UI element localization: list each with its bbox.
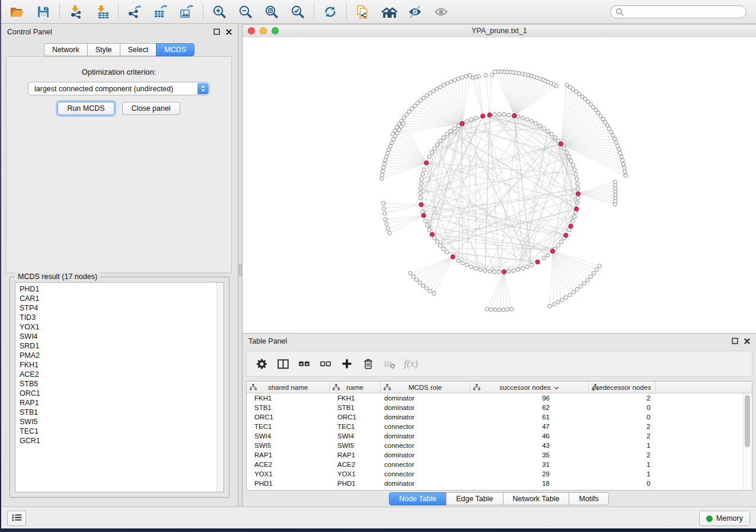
mcds-network-node[interactable]	[535, 260, 540, 264]
network-node[interactable]	[432, 291, 436, 295]
network-node[interactable]	[384, 159, 387, 162]
mcds-result-item[interactable]: STB1	[20, 408, 224, 417]
network-node[interactable]	[546, 254, 550, 257]
network-node[interactable]	[623, 166, 626, 169]
network-node[interactable]	[589, 275, 592, 278]
mcds-result-item[interactable]: STP4	[20, 303, 224, 313]
float-panel-icon[interactable]	[732, 338, 738, 344]
network-node[interactable]	[414, 278, 418, 281]
network-node[interactable]	[419, 191, 422, 195]
mcds-network-node[interactable]	[425, 161, 429, 165]
network-node[interactable]	[465, 120, 468, 123]
network-node[interactable]	[543, 126, 546, 130]
network-node[interactable]	[442, 247, 445, 251]
clone-network-icon[interactable]	[352, 2, 374, 21]
network-node[interactable]	[485, 307, 489, 311]
network-node[interactable]	[464, 75, 468, 78]
network-node[interactable]	[530, 120, 534, 123]
network-node[interactable]	[383, 211, 387, 215]
network-node[interactable]	[425, 287, 429, 290]
zoom-in-icon[interactable]	[209, 2, 230, 21]
network-node[interactable]	[426, 224, 429, 227]
task-history-button[interactable]	[7, 511, 26, 526]
network-node[interactable]	[573, 168, 576, 171]
network-node[interactable]	[618, 151, 622, 155]
network-node[interactable]	[445, 82, 449, 85]
network-node[interactable]	[479, 268, 482, 271]
tab-network-table[interactable]: Network Table	[503, 492, 570, 505]
mcds-result-item[interactable]: PHD1	[20, 284, 224, 294]
network-node[interactable]	[592, 271, 595, 275]
network-node[interactable]	[607, 127, 611, 130]
mcds-result-item[interactable]: GCR1	[20, 436, 224, 446]
network-node[interactable]	[510, 307, 513, 311]
mcds-network-node[interactable]	[559, 142, 563, 146]
table-row[interactable]: ACE2ACE2connector311	[247, 460, 752, 469]
network-node[interactable]	[552, 303, 556, 306]
network-node[interactable]	[422, 168, 426, 171]
network-node[interactable]	[568, 85, 572, 89]
network-node[interactable]	[419, 187, 422, 190]
float-panel-icon[interactable]	[213, 28, 220, 35]
table-row[interactable]: SWI4SWI4dominator462	[247, 431, 752, 441]
network-node[interactable]	[502, 113, 506, 116]
network-node[interactable]	[381, 169, 384, 173]
network-node[interactable]	[413, 104, 416, 108]
mcds-network-node[interactable]	[460, 121, 464, 126]
network-node[interactable]	[387, 148, 391, 152]
network-node[interactable]	[405, 113, 409, 116]
tab-edge-table[interactable]: Edge Table	[446, 492, 503, 505]
tab-mcds[interactable]: MCDS	[156, 43, 194, 56]
export-table-icon[interactable]	[150, 2, 171, 21]
network-node[interactable]	[548, 305, 551, 308]
network-node[interactable]	[621, 162, 625, 166]
mcds-result-item[interactable]: TEC1	[20, 427, 224, 436]
network-node[interactable]	[453, 78, 457, 82]
network-node[interactable]	[461, 261, 464, 265]
network-node[interactable]	[586, 278, 589, 282]
network-node[interactable]	[452, 126, 456, 130]
mcds-network-node[interactable]	[576, 191, 580, 196]
network-node[interactable]	[624, 174, 627, 177]
network-node[interactable]	[620, 155, 623, 158]
network-node[interactable]	[428, 155, 431, 158]
network-node[interactable]	[575, 287, 579, 291]
network-node[interactable]	[576, 201, 579, 204]
network-node[interactable]	[506, 307, 509, 311]
network-node[interactable]	[507, 113, 511, 117]
network-node[interactable]	[421, 172, 425, 176]
network-node[interactable]	[497, 270, 501, 274]
network-node[interactable]	[388, 231, 391, 235]
network-node[interactable]	[435, 240, 439, 243]
network-node[interactable]	[382, 166, 385, 169]
mcds-network-node[interactable]	[422, 213, 426, 217]
table-row[interactable]: YOX1YOX1connector291	[247, 469, 752, 479]
network-node[interactable]	[416, 101, 419, 105]
network-node[interactable]	[460, 76, 464, 79]
export-network-icon[interactable]	[124, 2, 145, 21]
mcds-result-item[interactable]: STB5	[20, 379, 224, 389]
export-image-icon[interactable]	[176, 2, 197, 21]
network-node[interactable]	[429, 289, 432, 293]
network-node[interactable]	[418, 281, 422, 284]
network-node[interactable]	[562, 146, 566, 150]
network-node[interactable]	[543, 256, 546, 259]
mcds-network-node[interactable]	[487, 113, 492, 117]
mcds-result-item[interactable]: SWI5	[20, 417, 224, 427]
mcds-result-item[interactable]: SRD1	[20, 341, 224, 351]
network-node[interactable]	[553, 136, 557, 139]
network-node[interactable]	[457, 77, 460, 81]
network-node[interactable]	[595, 268, 598, 271]
network-node[interactable]	[617, 148, 621, 151]
toolbar-search[interactable]	[610, 5, 747, 18]
network-node[interactable]	[569, 159, 573, 162]
search-input[interactable]	[627, 7, 741, 17]
network-node[interactable]	[438, 85, 442, 89]
network-node[interactable]	[575, 177, 579, 181]
network-node[interactable]	[449, 129, 452, 133]
first-neighbors-icon[interactable]	[378, 2, 400, 21]
table-vertical-scrollbar[interactable]	[743, 393, 751, 489]
network-node[interactable]	[428, 228, 431, 232]
select-all-rows-icon[interactable]	[295, 354, 313, 374]
network-node[interactable]	[388, 145, 392, 148]
